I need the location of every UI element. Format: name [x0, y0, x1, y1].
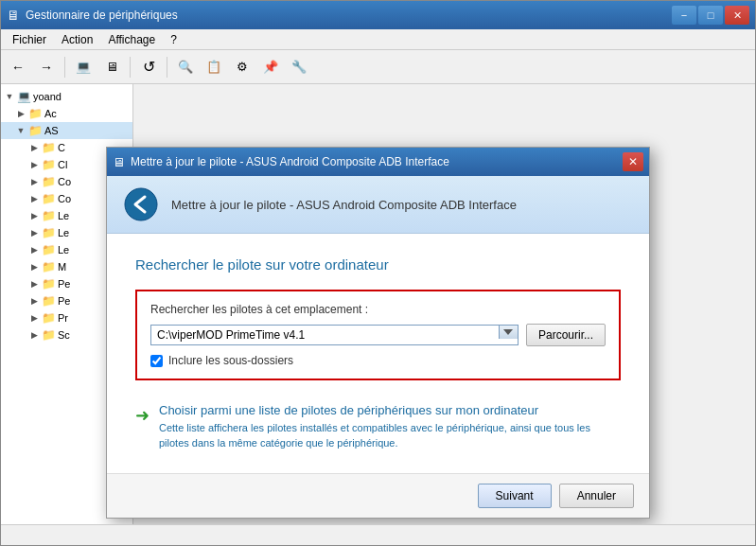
- dialog-title-bar: 🖥 Mettre à jour le pilote - ASUS Android…: [107, 148, 649, 176]
- title-bar: 🖥 Gestionnaire de périphériques − □ ✕: [1, 1, 755, 29]
- dialog-footer: Suivant Annuler: [107, 473, 649, 518]
- folder-icon-le1: 📁: [41, 208, 56, 223]
- tree-label-as: AS: [44, 125, 59, 136]
- toolbar-forward[interactable]: →: [33, 54, 60, 80]
- tree-label-m: M: [58, 261, 66, 273]
- next-button[interactable]: Suivant: [478, 484, 552, 508]
- subdirs-checkbox[interactable]: [150, 355, 163, 367]
- tree-label-sc: Sc: [58, 329, 70, 341]
- content-area: ▼ 💻 yoand ▶ 📁 Ac ▼ 📁 AS ▶ 📁 C ▶ 📁: [1, 84, 755, 524]
- toolbar-search[interactable]: 🔍: [172, 54, 199, 80]
- folder-icon-pr: 📁: [41, 310, 56, 326]
- tree-label-le2: Le: [58, 227, 69, 238]
- tree-label-root: yoand: [33, 91, 62, 102]
- tree-expand-le1[interactable]: ▶: [27, 209, 41, 222]
- tree-label-co1: Co: [58, 176, 71, 187]
- folder-icon-sc: 📁: [41, 327, 56, 343]
- link-section: ➜ Choisir parmi une liste de pilotes de …: [135, 403, 621, 450]
- toolbar: ← → 💻 🖥 ↺ 🔍 📋 ⚙ 📌 🔧: [1, 50, 755, 84]
- subdirs-label[interactable]: Inclure les sous-dossiers: [168, 354, 293, 367]
- folder-icon-ac: 📁: [27, 106, 43, 121]
- dialog-header-title: Mettre à jour le pilote - ASUS Android C…: [171, 198, 517, 212]
- folder-icon-c: 📁: [41, 140, 56, 155]
- path-input-wrapper: [150, 325, 519, 345]
- dialog-overlay: 🖥 Mettre à jour le pilote - ASUS Android…: [1, 84, 755, 524]
- tree-expand-pe2[interactable]: ▶: [27, 294, 41, 308]
- tree-expand-cl[interactable]: ▶: [27, 158, 41, 171]
- tree-label-pr: Pr: [58, 312, 68, 324]
- tree-label-cl: Cl: [58, 159, 67, 170]
- tree-expand-pe1[interactable]: ▶: [27, 277, 41, 291]
- tree-expand-co2[interactable]: ▶: [27, 192, 41, 205]
- tree-expand-m[interactable]: ▶: [27, 260, 41, 273]
- tree-expand-pr[interactable]: ▶: [27, 311, 41, 325]
- toolbar-sep1: [64, 57, 65, 78]
- dialog-close-button[interactable]: ✕: [623, 152, 643, 171]
- toolbar-settings[interactable]: ⚙: [229, 54, 255, 80]
- app-icon: 🖥: [7, 8, 20, 23]
- folder-icon-co2: 📁: [41, 191, 56, 206]
- folder-icon-m: 📁: [41, 259, 56, 274]
- cancel-button[interactable]: Annuler: [559, 484, 634, 508]
- tree-item-ac[interactable]: ▶ 📁 Ac: [1, 105, 132, 122]
- folder-icon-pe2: 📁: [41, 293, 56, 308]
- status-bar: [1, 524, 755, 545]
- menu-help[interactable]: ?: [163, 31, 185, 48]
- app-title: Gestionnaire de périphériques: [26, 9, 178, 22]
- toolbar-screen[interactable]: 🖥: [98, 54, 125, 80]
- toolbar-tools[interactable]: 🔧: [286, 54, 312, 80]
- search-input-row: Parcourir...: [150, 324, 606, 346]
- search-box: Rechercher les pilotes à cet emplacement…: [135, 290, 621, 380]
- toolbar-refresh[interactable]: ↺: [135, 54, 162, 80]
- link-desc: Cette liste affichera les pilotes instal…: [159, 421, 621, 450]
- tree-label-le1: Le: [58, 210, 69, 221]
- tree-label-c: C: [58, 142, 65, 153]
- tree-expand-co1[interactable]: ▶: [27, 175, 41, 188]
- menu-action[interactable]: Action: [54, 31, 100, 48]
- tree-expand-sc[interactable]: ▶: [27, 328, 41, 342]
- dialog-back-icon[interactable]: [122, 185, 160, 223]
- toolbar-pin[interactable]: 📌: [257, 54, 284, 80]
- dialog-body: Rechercher le pilote sur votre ordinateu…: [107, 234, 649, 473]
- tree-label-co2: Co: [58, 193, 71, 204]
- toolbar-sep2: [130, 57, 131, 78]
- tree-expand-le3[interactable]: ▶: [27, 243, 41, 256]
- tree-expand-root[interactable]: ▼: [3, 90, 16, 103]
- driver-list-link[interactable]: Choisir parmi une liste de pilotes de pé…: [159, 403, 538, 417]
- folder-icon-le3: 📁: [41, 242, 56, 257]
- dialog-header: Mettre à jour le pilote - ASUS Android C…: [107, 176, 649, 234]
- folder-icon-as: 📁: [27, 123, 43, 138]
- dialog-title-icon: 🖥: [113, 155, 125, 169]
- link-text-block: Choisir parmi une liste de pilotes de pé…: [159, 403, 621, 450]
- tree-item-as[interactable]: ▼ 📁 AS: [1, 122, 132, 139]
- tree-expand-ac[interactable]: ▶: [14, 107, 27, 120]
- tree-expand-c[interactable]: ▶: [27, 141, 41, 154]
- toolbar-computer[interactable]: 💻: [70, 54, 97, 80]
- tree-label-le3: Le: [58, 244, 69, 255]
- computer-icon: 💻: [16, 89, 31, 104]
- tree-label-ac: Ac: [44, 108, 57, 119]
- maximize-button[interactable]: □: [698, 6, 723, 25]
- dialog-title-left: 🖥 Mettre à jour le pilote - ASUS Android…: [113, 155, 449, 169]
- browse-button[interactable]: Parcourir...: [526, 324, 606, 346]
- folder-icon-pe1: 📁: [41, 276, 56, 291]
- tree-expand-le2[interactable]: ▶: [27, 226, 41, 239]
- green-arrow-icon: ➜: [135, 405, 149, 426]
- tree-label-pe2: Pe: [58, 295, 70, 307]
- dialog-section-title: Rechercher le pilote sur votre ordinateu…: [135, 256, 621, 273]
- tree-expand-as[interactable]: ▼: [14, 124, 27, 137]
- menu-affichage[interactable]: Affichage: [100, 31, 163, 48]
- minimize-button[interactable]: −: [672, 6, 696, 25]
- toolbar-properties[interactable]: 📋: [201, 54, 227, 80]
- driver-update-dialog: 🖥 Mettre à jour le pilote - ASUS Android…: [106, 147, 650, 519]
- folder-icon-cl: 📁: [41, 157, 56, 172]
- path-input[interactable]: [151, 326, 499, 344]
- toolbar-back[interactable]: ←: [5, 54, 31, 80]
- close-button[interactable]: ✕: [725, 6, 749, 25]
- tree-item-root[interactable]: ▼ 💻 yoand: [1, 88, 132, 105]
- toolbar-sep3: [167, 57, 167, 78]
- folder-icon-co1: 📁: [41, 174, 56, 189]
- dropdown-arrow[interactable]: [499, 326, 518, 339]
- menu-fichier[interactable]: Fichier: [5, 31, 54, 48]
- search-box-label: Rechercher les pilotes à cet emplacement…: [150, 303, 606, 316]
